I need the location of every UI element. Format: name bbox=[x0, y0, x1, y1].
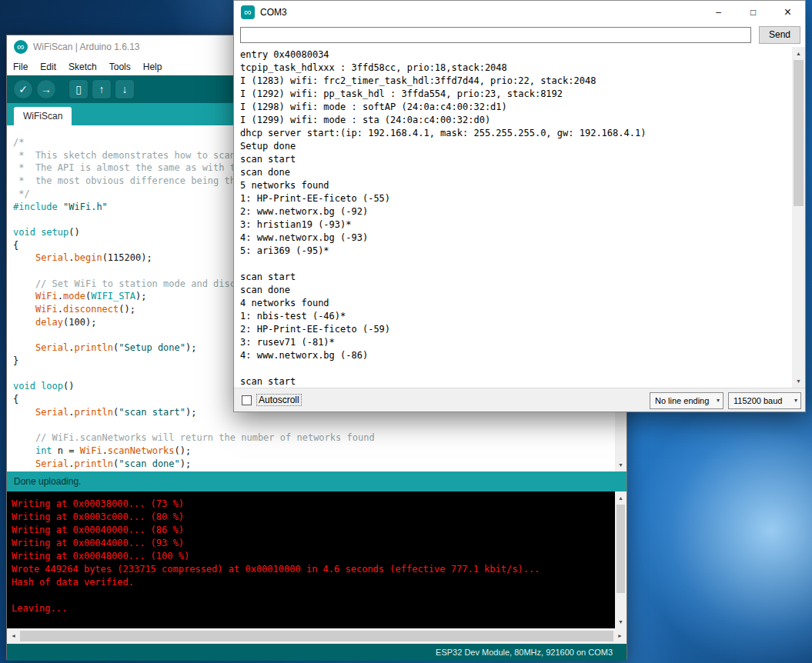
serial-output-line: 3: hristian19 (-93)* bbox=[240, 218, 646, 232]
serial-scrollbar-thumb[interactable] bbox=[794, 60, 804, 206]
upload-button[interactable]: → bbox=[36, 79, 56, 99]
line-ending-value: No line ending bbox=[655, 393, 709, 408]
serial-output-line: 3: rusev71 (-81)* bbox=[240, 336, 646, 349]
serial-output-line: 4: www.networx.bg (-93) bbox=[240, 232, 646, 245]
serial-input[interactable] bbox=[240, 27, 751, 43]
menu-file[interactable]: File bbox=[7, 58, 34, 75]
horizontal-scrollbar-thumb[interactable] bbox=[20, 631, 613, 641]
open-sketch-button[interactable]: ↑ bbox=[92, 79, 112, 99]
maximize-button[interactable]: □ bbox=[736, 1, 770, 24]
toolbar-buttons: ✓→▯↑↓ bbox=[13, 79, 138, 99]
console-horizontal-scrollbar[interactable]: ◄ ► bbox=[7, 628, 627, 644]
line-ending-select[interactable]: No line ending ▾ bbox=[650, 392, 723, 409]
serial-monitor-bottom-bar: Autoscroll No line ending ▾ 115200 baud … bbox=[234, 388, 805, 411]
serial-output-line bbox=[240, 362, 646, 375]
baud-rate-value: 115200 baud bbox=[733, 393, 782, 408]
tab-wifiscan[interactable]: WiFiScan bbox=[14, 107, 72, 125]
serial-output-line: I (1298) wifi: mode : softAP (24:0a:c4:0… bbox=[240, 101, 646, 114]
console-line: Writing at 0x00038000... (73 %) bbox=[12, 498, 540, 511]
menu-edit[interactable]: Edit bbox=[34, 58, 62, 75]
serial-output-line: scan start bbox=[240, 375, 646, 388]
autoscroll-label[interactable]: Autoscroll bbox=[257, 395, 301, 405]
serial-vertical-scrollbar[interactable]: ▲ ▼ bbox=[792, 47, 805, 388]
window-controls: – □ × bbox=[701, 1, 805, 24]
open-up-arrow-icon: ↑ bbox=[99, 83, 105, 95]
serial-output-line: entry 0x40080034 bbox=[240, 48, 646, 62]
serial-output-line bbox=[240, 258, 646, 271]
scroll-down-icon[interactable]: ▼ bbox=[792, 375, 805, 388]
serial-output-line: 4 networks found bbox=[240, 297, 646, 310]
serial-output-text: entry 0x40080034tcpip_task_hdlxxx : 3ffd… bbox=[240, 48, 646, 388]
serial-output-line: I (1299) wifi: mode : sta (24:0a:c4:00:3… bbox=[240, 114, 646, 127]
autoscroll-checkbox[interactable] bbox=[242, 395, 252, 405]
console-vertical-scrollbar[interactable]: ▲ ▼ bbox=[615, 491, 627, 628]
serial-output-area: entry 0x40080034tcpip_task_hdlxxx : 3ffd… bbox=[234, 47, 805, 388]
serial-output-line: tcpip_task_hdlxxx : 3ffd58cc, prio:18,st… bbox=[240, 62, 646, 75]
serial-output-line: 1: HP-Print-EE-ficeto (-55) bbox=[240, 192, 646, 205]
scroll-up-icon[interactable]: ▲ bbox=[792, 47, 805, 60]
serial-output-line: 5 networks found bbox=[240, 179, 646, 192]
send-button[interactable]: Send bbox=[759, 26, 800, 44]
menu-tools[interactable]: Tools bbox=[103, 58, 137, 75]
check-icon: ✓ bbox=[18, 83, 28, 95]
save-down-arrow-icon: ↓ bbox=[122, 83, 128, 95]
serial-output-line: I (1283) wifi: frc2_timer_task_hdl:3ffd7… bbox=[240, 75, 646, 88]
serial-output-line: 2: www.networx.bg (-92) bbox=[240, 205, 646, 218]
serial-output-line: Setup done bbox=[240, 140, 646, 153]
console-line: Writing at 0x0003c000... (80 %) bbox=[12, 511, 540, 524]
console-text: Writing at 0x00038000... (73 %)Writing a… bbox=[12, 498, 540, 615]
serial-output-line: scan start bbox=[240, 271, 646, 284]
chevron-down-icon: ▾ bbox=[794, 393, 797, 408]
serial-output-line: 2: HP-Print-EE-ficeto (-59) bbox=[240, 323, 646, 336]
scroll-up-icon[interactable]: ▲ bbox=[615, 491, 627, 505]
scroll-right-icon[interactable]: ► bbox=[613, 628, 627, 644]
console-scrollbar-thumb[interactable] bbox=[617, 505, 625, 593]
menu-help[interactable]: Help bbox=[137, 58, 169, 75]
menu-sketch[interactable]: Sketch bbox=[62, 58, 103, 75]
status-message-bar: Done uploading. bbox=[7, 471, 627, 491]
console-line: Leaving... bbox=[12, 602, 540, 615]
serial-output-line: 1: nbis-test (-46)* bbox=[240, 310, 646, 323]
minimize-button[interactable]: – bbox=[701, 1, 736, 24]
serial-output-line: scan done bbox=[240, 284, 646, 297]
serial-output-line: 4: www.networx.bg (-86) bbox=[240, 349, 646, 362]
console-output: Writing at 0x00038000... (73 %)Writing a… bbox=[7, 491, 627, 628]
console-line: Writing at 0x00048000... (100 %) bbox=[12, 550, 540, 563]
arduino-logo-icon: ∞ bbox=[14, 40, 28, 54]
console-line: Hash of data verified. bbox=[12, 576, 540, 589]
code-line: // WiFi.scanNetworks will return the num… bbox=[13, 431, 375, 445]
serial-input-row: Send bbox=[234, 24, 805, 47]
console-line: Writing at 0x00044000... (93 %) bbox=[12, 537, 540, 550]
right-arrow-icon: → bbox=[41, 83, 52, 95]
serial-monitor-titlebar[interactable]: ∞ COM3 – □ × bbox=[234, 1, 805, 24]
arduino-logo-icon: ∞ bbox=[241, 5, 255, 19]
chevron-down-icon: ▾ bbox=[717, 393, 720, 408]
console-line: Writing at 0x00040000... (86 %) bbox=[12, 524, 540, 537]
code-line bbox=[13, 418, 375, 431]
baud-rate-select[interactable]: 115200 baud ▾ bbox=[728, 392, 801, 409]
code-line: Serial.println("scan done"); bbox=[13, 458, 375, 471]
ide-statusbar: ESP32 Dev Module, 80MHz, 921600 on COM3 bbox=[7, 644, 627, 661]
serial-output-line: scan done bbox=[240, 166, 646, 179]
serial-monitor-window: ∞ COM3 – □ × Send entry 0x40080034tcpip_… bbox=[233, 0, 806, 412]
save-sketch-button[interactable]: ↓ bbox=[115, 79, 135, 99]
console-line bbox=[12, 589, 540, 602]
serial-output-line: scan start bbox=[240, 153, 646, 166]
scroll-down-icon[interactable]: ▼ bbox=[615, 458, 627, 471]
board-info: ESP32 Dev Module, 80MHz, 921600 on COM3 bbox=[436, 644, 613, 661]
close-button[interactable]: × bbox=[770, 1, 805, 24]
code-line: int n = WiFi.scanNetworks(); bbox=[13, 445, 375, 458]
scroll-down-icon[interactable]: ▼ bbox=[615, 615, 627, 628]
serial-output-line: 5: ari369 (-95)* bbox=[240, 245, 646, 258]
ide-window-title: WiFiScan | Arduino 1.6.13 bbox=[33, 35, 140, 58]
serial-monitor-title: COM3 bbox=[260, 1, 287, 24]
serial-output-line: dhcp server start:(ip: 192.168.4.1, mask… bbox=[240, 127, 646, 140]
new-sketch-button[interactable]: ▯ bbox=[69, 79, 89, 99]
scroll-left-icon[interactable]: ◄ bbox=[7, 628, 20, 644]
serial-output-line: I (1292) wifi: pp_task_hdl : 3ffda554, p… bbox=[240, 88, 646, 101]
verify-button[interactable]: ✓ bbox=[13, 79, 33, 99]
new-document-icon: ▯ bbox=[75, 83, 82, 95]
console-line: Wrote 449264 bytes (233715 compressed) a… bbox=[12, 563, 540, 576]
